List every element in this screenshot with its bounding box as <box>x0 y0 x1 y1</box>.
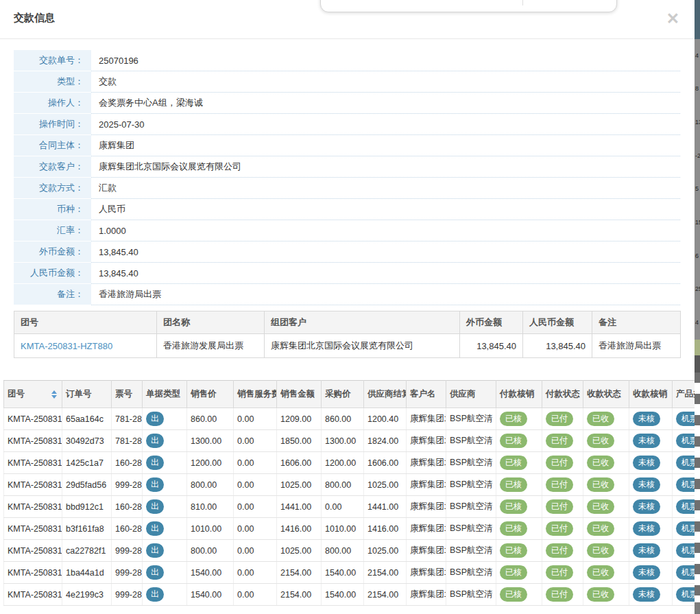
payment-status-cell: 已付 <box>542 540 583 562</box>
payment-status-cell: 已付 <box>542 496 583 518</box>
group-no-link[interactable]: KMTA-250831-HZT880 <box>21 341 112 351</box>
product-type-cell: 机票 <box>673 474 697 496</box>
purchase-price-cell: 1010.00 <box>322 518 364 540</box>
doc-type-badge: 出 <box>146 565 164 580</box>
order-no-cell: 1ba44a1d <box>62 562 112 584</box>
sale-amount-cell: 1416.00 <box>277 518 322 540</box>
detail-table-row: KMTA-250831-1425c1a7160-28出1200.000.0016… <box>4 452 697 474</box>
supplier-settlement-cell: 1441.00 <box>364 496 407 518</box>
receipt-writeoff-badge: 未核 <box>633 499 660 514</box>
payment-status-cell: 已付 <box>542 408 583 430</box>
supplier-cell: BSP航空清 <box>446 452 496 474</box>
payment-writeoff-cell: 已核 <box>496 584 542 606</box>
purchase-price-cell: 1540.00 <box>322 562 364 584</box>
doc-type-cell: 出 <box>143 518 187 540</box>
detail-header-group-no[interactable]: 团号 <box>4 381 62 408</box>
payment-writeoff-cell: 已核 <box>496 496 542 518</box>
product-type-cell: 机票 <box>673 408 697 430</box>
order-no-cell: 4e2199c3 <box>62 584 112 606</box>
detail-header-cell: 客户名 <box>407 381 446 408</box>
detail-header-cell: 销售服务费 <box>234 381 277 408</box>
strip-number: 5 <box>695 186 700 192</box>
detail-table-row: KMTA-250831-4e2199c3999-28出1540.000.0021… <box>4 584 697 606</box>
form-label: 外币金额： <box>14 241 91 263</box>
product-type-badge: 机票 <box>676 499 697 514</box>
form-row: 交款方式：汇款 <box>14 178 680 199</box>
payment-status-badge: 已付 <box>546 543 573 558</box>
payment-writeoff-badge: 已核 <box>500 499 527 514</box>
ticket-detail-table-wrap: 团号订单号票号单据类型销售价销售服务费销售金额采购价供应商结算客户名供应商付款核… <box>3 380 697 606</box>
group-customer-cell: 康辉集团北京国际会议展览有限公司 <box>265 334 460 358</box>
ticket-no-cell: 160-28 <box>112 518 143 540</box>
receipt-status-badge: 已收 <box>587 434 614 448</box>
strip-top-segment <box>695 0 700 39</box>
receipt-status-badge: 已收 <box>587 477 614 492</box>
group-no-cell: KMTA-250831-HZT880 <box>14 334 157 358</box>
group-table-header-cell: 人民币金额 <box>523 311 592 334</box>
detail-header-cell: 单据类型 <box>143 381 187 408</box>
receipt-status-badge: 已收 <box>587 412 614 426</box>
payment-status-badge: 已付 <box>546 477 573 492</box>
supplier-cell: BSP航空清 <box>446 430 496 452</box>
customer-cell: 康辉集团北 <box>407 562 446 584</box>
strip-number: 25 <box>695 286 700 292</box>
strip-bottom-segment <box>695 602 700 614</box>
sale-price-cell: 1010.00 <box>187 518 234 540</box>
product-type-cell: 机票 <box>673 496 697 518</box>
group-no-cell: KMTA-250831- <box>4 430 62 452</box>
supplier-settlement-cell: 1606.00 <box>364 452 407 474</box>
receipt-writeoff-cell: 未核 <box>629 562 673 584</box>
form-value: 13,845.40 <box>91 263 680 284</box>
doc-type-cell: 出 <box>143 408 187 430</box>
strip-number: 8 <box>695 86 700 92</box>
doc-type-cell: 出 <box>143 474 187 496</box>
form-label: 操作时间： <box>14 114 91 135</box>
sort-icon[interactable] <box>51 390 57 399</box>
form-row: 类型：交款 <box>14 71 680 93</box>
receipt-writeoff-badge: 未核 <box>633 565 660 580</box>
purchase-price-cell: 860.00 <box>322 408 364 430</box>
form-label: 交款方式： <box>14 178 91 199</box>
strip-number: 4 <box>695 320 700 326</box>
doc-type-badge: 出 <box>146 587 164 602</box>
receipt-writeoff-badge: 未核 <box>633 477 660 492</box>
close-icon[interactable]: ✕ <box>666 11 679 27</box>
supplier-cell: BSP航空清 <box>446 540 496 562</box>
doc-type-cell: 出 <box>143 430 187 452</box>
form-row: 操作人：会奖票务中心A组，梁海诚 <box>14 93 680 114</box>
receipt-writeoff-cell: 未核 <box>629 474 673 496</box>
product-type-cell: 机票 <box>673 562 697 584</box>
detail-header-cell: 收款核销 <box>629 381 673 408</box>
supplier-cell: BSP航空清 <box>446 474 496 496</box>
detail-header-cell: 销售金额 <box>277 381 322 408</box>
receipt-status-badge: 已收 <box>587 565 614 580</box>
sale-price-cell: 800.00 <box>187 474 234 496</box>
payment-writeoff-badge: 已核 <box>500 587 527 602</box>
service-fee-cell: 0.00 <box>234 540 277 562</box>
group-name-cell: 香港旅游发展局出票 <box>157 334 265 358</box>
group-no-cell: KMTA-250831- <box>4 452 62 474</box>
ticket-no-cell: 781-28 <box>112 430 143 452</box>
detail-header-cell: 供应商结算 <box>364 381 407 408</box>
form-value: 香港旅游局出票 <box>91 284 680 305</box>
group-table-header-cell: 外币金额 <box>460 311 523 334</box>
form-label: 操作人： <box>14 93 91 114</box>
doc-type-badge: 出 <box>146 499 164 514</box>
payment-status-badge: 已付 <box>546 412 573 426</box>
doc-type-cell: 出 <box>143 496 187 518</box>
doc-type-cell: 出 <box>143 562 187 584</box>
payment-status-cell: 已付 <box>542 584 583 606</box>
doc-type-badge: 出 <box>146 456 164 470</box>
detail-table-row: KMTA-250831-b3f161fa8160-28出1010.000.001… <box>4 518 697 540</box>
purchase-price-cell: 1540.00 <box>322 584 364 606</box>
popup-divider <box>522 0 523 5</box>
receipt-writeoff-badge: 未核 <box>633 521 660 536</box>
ticket-no-cell: 999-28 <box>112 584 143 606</box>
order-no-cell: 29d5fad56 <box>62 474 112 496</box>
product-type-cell: 机票 <box>673 518 697 540</box>
group-table-header-cell: 团号 <box>14 311 157 334</box>
receipt-status-cell: 已收 <box>583 518 629 540</box>
detail-header-cell: 供应商 <box>446 381 496 408</box>
receipt-writeoff-cell: 未核 <box>629 496 673 518</box>
payment-status-badge: 已付 <box>546 499 573 514</box>
